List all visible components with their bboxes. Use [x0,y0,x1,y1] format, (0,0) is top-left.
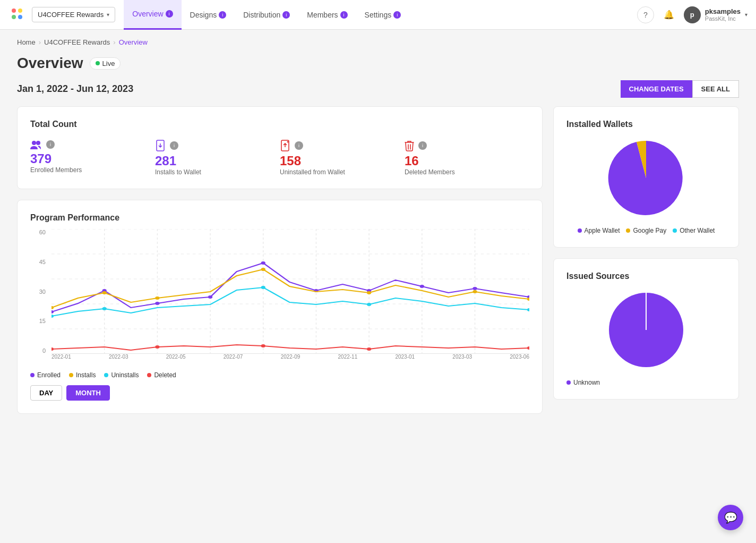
wallets-legend: Apple Wallet Google Pay Other Wallet [566,227,726,234]
svg-point-41 [51,315,54,318]
svg-point-43 [261,286,265,289]
issued-sources-card: Issued Sources Unknown [553,258,739,400]
legend-enrolled: Enrolled [30,371,61,379]
svg-point-28 [261,261,265,265]
x-label-8: 2023-03 [452,354,472,360]
svg-point-42 [102,307,107,310]
source-unknown-legend: Unknown [566,379,600,386]
nav-item-designs[interactable]: Designs i [182,0,235,30]
deleted-line [51,345,529,350]
notifications-button[interactable]: 🔔 [660,6,677,23]
nav-designs-label: Designs [190,11,217,19]
enrolled-label: Enrolled Members [30,166,155,174]
breadcrumb-sep-2: › [113,38,115,46]
nav-item-overview[interactable]: Overview i [124,0,181,30]
chart-tabs: DAY MONTH [30,385,529,401]
top-nav: U4COFFEE Rewards ▾ Overview i Designs i … [0,0,756,30]
info-icon-members: i [340,11,348,19]
uninstalls-label: Uninstalled from Wallet [280,168,405,176]
x-label-5: 2022-09 [281,354,300,360]
user-info: pksamples PassKit, Inc [705,7,741,22]
installs-icon [155,140,166,151]
svg-point-35 [102,291,107,294]
nav-items: Overview i Designs i Distribution i Memb… [124,0,637,30]
x-label-3: 2022-05 [166,354,186,360]
total-count-card: Total Count i 379 Enrolled Members [17,106,543,189]
uninstalls-icon [280,140,290,151]
svg-point-26 [155,302,159,305]
performance-title: Program Performance [30,213,529,223]
change-dates-button[interactable]: CHANGE DATES [621,80,692,98]
stat-enrolled: i 379 Enrolled Members [30,140,155,176]
nav-item-distribution[interactable]: Distribution i [235,0,298,30]
y-label-60: 60 [39,229,46,235]
left-col: Total Count i 379 Enrolled Members [17,106,543,414]
x-axis: 2022-01 2022-03 2022-05 2022-07 2022-09 … [51,354,529,367]
nav-item-members[interactable]: Members i [298,0,356,30]
x-label-9: 2023-06 [510,354,529,360]
breadcrumb-current: Overview [119,38,148,46]
chevron-down-icon: ▾ [107,12,109,18]
info-icon-distribution: i [282,11,290,19]
day-tab[interactable]: DAY [30,385,62,401]
stat-info-icon-2[interactable]: i [170,141,178,150]
nav-item-settings[interactable]: Settings i [356,0,410,30]
nav-right: ? 🔔 p pksamples PassKit, Inc ▾ [637,6,748,23]
nav-logo[interactable] [8,5,25,24]
performance-chart [51,229,529,354]
breadcrumb-home[interactable]: Home [17,38,36,46]
enrolled-line [51,263,529,312]
svg-point-5 [36,141,40,145]
wallet-apple-legend: Apple Wallet [578,227,620,234]
enrolled-icon [30,140,42,149]
user-dropdown[interactable]: p pksamples PassKit, Inc ▾ [684,6,748,23]
stat-info-icon-4[interactable]: i [418,141,427,150]
avatar: p [684,6,701,23]
status-label: Live [102,60,115,67]
enrolled-value: 379 [30,151,155,166]
svg-point-0 [12,9,16,13]
svg-point-37 [261,268,265,271]
total-count-title: Total Count [30,120,529,129]
installed-wallets-title: Installed Wallets [566,120,726,129]
issued-sources-title: Issued Sources [566,272,726,281]
user-chevron-icon: ▾ [745,12,748,18]
svg-point-48 [261,344,265,347]
status-dot [96,61,100,65]
stat-info-icon[interactable]: i [46,140,55,149]
stats-row: i 379 Enrolled Members i 281 In [30,140,529,176]
installs-value: 281 [155,154,280,168]
svg-point-38 [367,291,371,294]
stat-info-icon-3[interactable]: i [295,141,303,150]
svg-point-32 [472,287,477,290]
wallet-other-legend: Other Wallet [673,227,715,234]
right-col: Installed Wallets Apple Wallet [553,106,739,414]
help-button[interactable]: ? [637,6,654,23]
info-icon-settings: i [393,11,401,19]
deleted-label: Deleted Members [405,168,529,176]
deleted-icon [405,140,414,151]
nav-overview-label: Overview [132,10,163,18]
svg-point-4 [32,141,36,145]
see-all-button[interactable]: SEE ALL [692,80,739,98]
installed-wallets-pie [566,135,726,220]
page-header: Overview Live [0,50,756,80]
sources-legend: Unknown [566,379,726,386]
uninstalls-value: 158 [280,154,405,168]
svg-point-50 [527,346,529,350]
info-icon-overview: i [166,10,173,18]
page-title: Overview [17,55,83,72]
month-tab[interactable]: MONTH [66,385,110,401]
breadcrumb: Home › U4COFFEE Rewards › Overview [0,30,756,50]
date-bar: Jan 1, 2022 - Jun 12, 2023 CHANGE DATES … [0,80,756,106]
issued-sources-pie [566,287,726,372]
x-label-2: 2022-03 [109,354,128,360]
breadcrumb-program[interactable]: U4COFFEE Rewards [44,38,110,46]
stat-installs: i 281 Installs to Wallet [155,140,280,176]
svg-point-39 [472,290,477,293]
svg-point-1 [18,9,22,13]
stat-deleted: i 16 Deleted Members [405,140,529,176]
status-badge: Live [90,57,121,70]
legend-deleted: Deleted [147,371,176,379]
program-selector[interactable]: U4COFFEE Rewards ▾ [32,7,115,22]
